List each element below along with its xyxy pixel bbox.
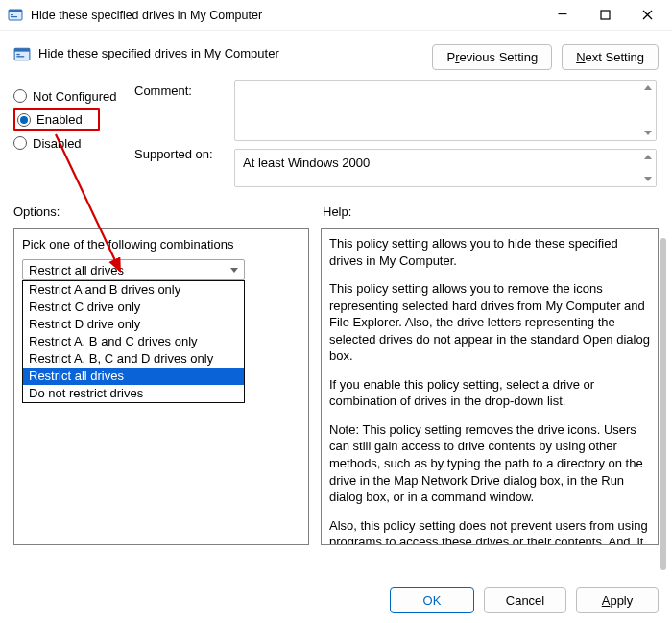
maximize-button[interactable]	[584, 1, 626, 30]
previous-setting-button[interactable]: Previous Setting	[432, 44, 552, 70]
config-area: Not Configured Enabled Disabled Comment:…	[0, 76, 672, 191]
help-text: This policy setting allows you to hide t…	[329, 235, 650, 545]
policy-icon	[13, 46, 31, 63]
options-panel: Pick one of the following combinations R…	[13, 228, 309, 545]
comment-label: Comment:	[134, 84, 227, 143]
combobox-value: Restrict all drives	[29, 263, 124, 277]
scroll-down-icon[interactable]	[644, 131, 652, 135]
minimize-button[interactable]	[541, 1, 584, 30]
apply-button[interactable]: Apply	[576, 587, 659, 613]
svg-rect-4	[601, 11, 610, 19]
dialog-footer: OK Cancel Apply	[390, 587, 659, 613]
state-radios: Not Configured Enabled Disabled	[13, 80, 127, 187]
ok-button[interactable]: OK	[390, 587, 474, 613]
supported-field: At least Windows 2000	[234, 149, 657, 187]
dropdown-option[interactable]: Restrict D drive only	[23, 316, 244, 333]
supported-label: Supported on:	[134, 143, 227, 176]
enabled-highlight: Enabled	[13, 108, 100, 131]
drives-combobox[interactable]: Restrict all drives	[22, 259, 245, 280]
scroll-down-icon[interactable]	[644, 177, 652, 181]
drives-dropdown[interactable]: Restrict A and B drives onlyRestrict C d…	[22, 280, 245, 403]
app-icon	[8, 8, 23, 23]
chevron-down-icon	[230, 268, 238, 273]
help-section-label: Help:	[323, 204, 659, 219]
radio-not-configured[interactable]: Not Configured	[13, 84, 127, 108]
close-button[interactable]	[626, 1, 668, 30]
next-setting-button[interactable]: Next Setting	[562, 44, 659, 70]
svg-rect-2	[11, 14, 13, 15]
cancel-button[interactable]: Cancel	[484, 587, 566, 613]
scrollbar[interactable]	[660, 238, 666, 570]
radio-icon	[13, 136, 27, 150]
dropdown-option[interactable]: Restrict A and B drives only	[23, 281, 244, 299]
dialog-header: Hide these specified drives in My Comput…	[0, 31, 672, 76]
dialog-title: Hide these specified drives in My Comput…	[38, 44, 432, 60]
svg-rect-3	[11, 16, 17, 17]
svg-rect-7	[16, 54, 19, 55]
scroll-up-icon[interactable]	[644, 85, 652, 90]
window-title: Hide these specified drives in My Comput…	[31, 9, 541, 22]
svg-rect-1	[9, 10, 22, 12]
radio-enabled[interactable]: Enabled	[17, 112, 83, 127]
help-panel: This policy setting allows you to hide t…	[321, 228, 659, 545]
radio-icon	[13, 89, 27, 103]
dropdown-option[interactable]: Restrict A, B and C drives only	[23, 333, 244, 350]
field-labels: Comment: Supported on:	[134, 80, 227, 187]
comment-field[interactable]	[234, 80, 657, 141]
supported-text: At least Windows 2000	[243, 156, 370, 170]
pick-label: Pick one of the following combinations	[22, 237, 300, 252]
window-titlebar: Hide these specified drives in My Comput…	[0, 0, 672, 31]
scroll-up-icon[interactable]	[644, 155, 652, 159]
dropdown-option[interactable]: Restrict C drive only	[23, 299, 244, 316]
dropdown-option[interactable]: Restrict A, B, C and D drives only	[23, 350, 244, 368]
radio-icon	[17, 113, 31, 127]
svg-rect-6	[14, 48, 30, 51]
dropdown-option[interactable]: Restrict all drives	[23, 368, 244, 385]
svg-rect-8	[16, 56, 24, 57]
dropdown-option[interactable]: Do not restrict drives	[23, 385, 244, 402]
radio-disabled[interactable]: Disabled	[13, 131, 127, 156]
options-section-label: Options:	[13, 204, 315, 219]
